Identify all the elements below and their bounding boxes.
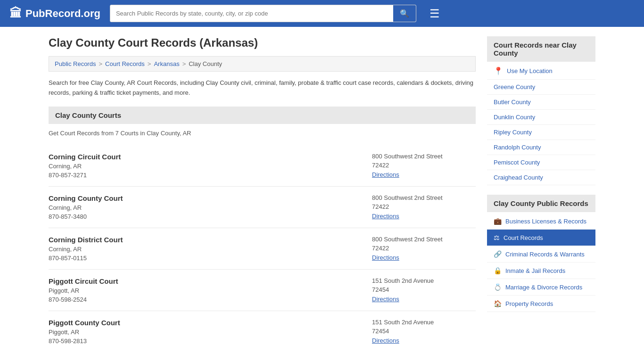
court-name: Corning District Court [49, 236, 372, 244]
site-logo[interactable]: 🏛 PubRecord.org [9, 6, 100, 21]
page-title: Clay County Court Records (Arkansas) [49, 36, 476, 49]
breadcrumb-sep-3: > [182, 60, 186, 67]
court-address: 800 Southwest 2nd Street 72422 Direction… [372, 236, 476, 262]
sidebar-nearby-county[interactable]: Dunklin County [487, 110, 595, 125]
court-zip: 72422 [372, 162, 476, 169]
breadcrumb-arkansas[interactable]: Arkansas [154, 60, 179, 67]
court-street: 800 Southwest 2nd Street [372, 236, 476, 243]
record-icon: ⚖ [494, 234, 500, 241]
record-link[interactable]: Criminal Records & Warrants [505, 251, 585, 258]
sidebar-record-item[interactable]: 🏠 Property Records [487, 296, 595, 312]
court-zip: 72454 [372, 286, 476, 293]
court-name: Corning Circuit Court [49, 153, 372, 161]
court-street: 800 Southwest 2nd Street [372, 194, 476, 201]
search-bar: 🔍 [110, 5, 416, 22]
sidebar-record-item[interactable]: 💼 Business Licenses & Records [487, 213, 595, 230]
court-phone: 870-857-3271 [49, 172, 372, 179]
sidebar-record-item[interactable]: 🔗 Criminal Records & Warrants [487, 246, 595, 263]
breadcrumb-court-records[interactable]: Court Records [105, 60, 145, 67]
use-my-location[interactable]: 📍 Use My Location [487, 63, 595, 80]
sidebar-nearby-county[interactable]: Randolph County [487, 140, 595, 155]
court-street: 151 South 2nd Avenue [372, 319, 476, 326]
breadcrumb-sep-1: > [99, 60, 102, 67]
record-icon: 💍 [494, 283, 502, 291]
court-city: Corning, AR [49, 246, 372, 253]
sidebar-nearby-county[interactable]: Craighead County [487, 170, 595, 185]
breadcrumb-public-records[interactable]: Public Records [55, 60, 96, 67]
court-street: 151 South 2nd Avenue [372, 277, 476, 284]
record-label: Court Records [504, 234, 543, 241]
record-icon: 🔒 [494, 267, 502, 274]
court-address: 151 South 2nd Avenue 72454 Directions [372, 319, 476, 345]
court-phone: 870-598-2524 [49, 296, 372, 303]
county-link[interactable]: Dunklin County [494, 114, 535, 121]
courts-section-header: Clay County Courts [49, 107, 476, 124]
county-link[interactable]: Butler County [494, 99, 531, 106]
search-button[interactable]: 🔍 [393, 5, 416, 22]
court-phone: 870-598-2813 [49, 337, 372, 345]
sidebar-nearby-title: Court Records near Clay County [487, 36, 595, 62]
page-description: Search for free Clay County, AR Court Re… [49, 78, 476, 98]
court-entry: Corning District Court Corning, AR 870-8… [49, 228, 476, 270]
court-zip: 72422 [372, 245, 476, 252]
sidebar: Court Records near Clay County 📍 Use My … [487, 36, 595, 352]
pin-icon: 📍 [494, 66, 503, 75]
court-zip: 72422 [372, 203, 476, 210]
record-icon: 🏠 [494, 300, 502, 307]
logo-text: PubRecord.org [25, 8, 100, 20]
sidebar-nearby-county[interactable]: Ripley County [487, 125, 595, 140]
sidebar-nearby-list: 📍 Use My Location Greene CountyButler Co… [487, 63, 595, 185]
sidebar-public-records-title: Clay County Public Records [487, 195, 595, 212]
record-link[interactable]: Marriage & Divorce Records [505, 284, 582, 291]
court-address: 151 South 2nd Avenue 72454 Directions [372, 277, 476, 303]
court-phone: 870-857-0115 [49, 255, 372, 262]
sidebar-nearby-county[interactable]: Butler County [487, 95, 595, 110]
main-container: Clay County Court Records (Arkansas) Pub… [39, 27, 605, 362]
breadcrumb: Public Records > Court Records > Arkansa… [49, 56, 476, 72]
sidebar-record-item[interactable]: 🔒 Inmate & Jail Records [487, 263, 595, 279]
county-link[interactable]: Craighead County [494, 174, 543, 181]
sidebar-nearby-county[interactable]: Greene County [487, 80, 595, 95]
hamburger-button[interactable]: ☰ [426, 5, 444, 22]
court-entry: Piggott Circuit Court Piggott, AR 870-59… [49, 270, 476, 311]
court-info: Corning County Court Corning, AR 870-857… [49, 194, 372, 220]
directions-link[interactable]: Directions [372, 213, 399, 220]
court-zip: 72454 [372, 328, 476, 335]
county-link[interactable]: Randolph County [494, 144, 541, 151]
record-link[interactable]: Business Licenses & Records [505, 218, 586, 225]
sidebar-records-list: 💼 Business Licenses & Records ⚖ Court Re… [487, 213, 595, 312]
directions-link[interactable]: Directions [372, 254, 399, 261]
courts-list: Corning Circuit Court Corning, AR 870-85… [49, 145, 476, 352]
directions-link[interactable]: Directions [372, 337, 399, 344]
sidebar-record-item[interactable]: 💍 Marriage & Divorce Records [487, 279, 595, 296]
record-icon: 🔗 [494, 250, 502, 258]
search-input[interactable] [110, 5, 393, 22]
court-phone: 870-857-3480 [49, 213, 372, 220]
sidebar-record-item[interactable]: ⚖ Court Records [487, 230, 595, 246]
county-link[interactable]: Greene County [494, 83, 535, 90]
court-city: Piggott, AR [49, 287, 372, 294]
court-address: 800 Southwest 2nd Street 72422 Direction… [372, 153, 476, 179]
court-entry: Corning Circuit Court Corning, AR 870-85… [49, 145, 476, 187]
court-street: 800 Southwest 2nd Street [372, 153, 476, 160]
court-city: Corning, AR [49, 204, 372, 211]
county-link[interactable]: Pemiscot County [494, 159, 540, 166]
court-name: Piggott Circuit Court [49, 277, 372, 285]
court-info: Corning Circuit Court Corning, AR 870-85… [49, 153, 372, 179]
court-name: Corning County Court [49, 194, 372, 202]
breadcrumb-sep-2: > [148, 60, 151, 67]
directions-link[interactable]: Directions [372, 296, 399, 303]
courts-subtext: Get Court Records from 7 Courts in Clay … [49, 130, 476, 137]
court-entry: Piggott County Court Piggott, AR 870-598… [49, 311, 476, 352]
court-address: 800 Southwest 2nd Street 72422 Direction… [372, 194, 476, 220]
content-area: Clay County Court Records (Arkansas) Pub… [49, 36, 476, 352]
record-link[interactable]: Property Records [505, 300, 553, 307]
court-info: Corning District Court Corning, AR 870-8… [49, 236, 372, 262]
county-link[interactable]: Ripley County [494, 129, 532, 136]
building-icon: 🏛 [9, 6, 22, 21]
sidebar-nearby-county[interactable]: Pemiscot County [487, 155, 595, 170]
directions-link[interactable]: Directions [372, 171, 399, 178]
record-link[interactable]: Inmate & Jail Records [505, 267, 565, 274]
court-entry: Corning County Court Corning, AR 870-857… [49, 187, 476, 228]
use-location-label: Use My Location [507, 67, 553, 74]
